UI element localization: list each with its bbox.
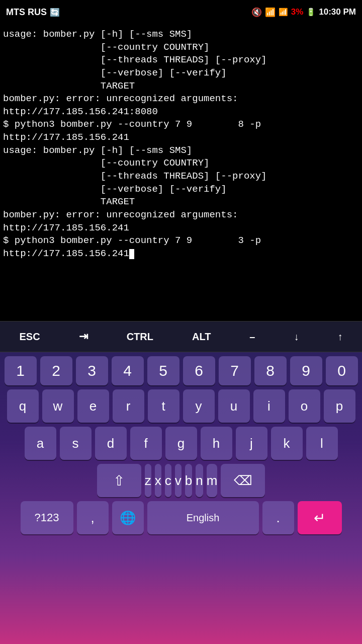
terminal-line-4: [--verbose] [--verify] — [3, 67, 359, 80]
carrier-label: MTS RUS — [6, 7, 47, 18]
terminal-line-12: TARGET — [3, 196, 359, 209]
terminal: usage: bomber.py [-h] [--sms SMS] [--cou… — [0, 24, 362, 321]
alt-key[interactable]: ALT — [185, 327, 218, 347]
down-arrow-key[interactable]: ↓ — [287, 327, 306, 347]
terminal-line-6: bomber.py: error: unrecognized arguments… — [3, 93, 359, 118]
key-8[interactable]: 8 — [254, 356, 287, 385]
terminal-line-14: $ python3 bomber.py --country 7 9 3 -p h… — [3, 234, 359, 260]
terminal-line-3: [--threads THREADS] [--proxy] — [3, 54, 359, 67]
globe-key[interactable]: 🌐 — [112, 501, 144, 534]
period-key[interactable]: . — [262, 501, 294, 534]
key-n[interactable]: n — [196, 464, 203, 497]
key-9[interactable]: 9 — [290, 356, 322, 385]
key-w[interactable]: w — [42, 389, 74, 423]
key-6[interactable]: 6 — [183, 356, 215, 385]
key-d[interactable]: d — [95, 427, 127, 460]
key-t[interactable]: t — [148, 389, 179, 423]
numbers-key[interactable]: ?123 — [21, 501, 73, 534]
key-p[interactable]: p — [324, 389, 355, 423]
status-right: 🔇 📶 📶 3% 🔋 10:30 PM — [251, 7, 356, 18]
key-c[interactable]: c — [165, 464, 171, 497]
key-o[interactable]: o — [289, 389, 320, 423]
key-4[interactable]: 4 — [112, 356, 144, 385]
key-5[interactable]: 5 — [147, 356, 179, 385]
shift-key[interactable]: ⇧ — [97, 464, 141, 497]
keyboard: 1 2 3 4 5 6 7 8 9 0 q w e r t y u i o p … — [0, 352, 362, 644]
key-v[interactable]: v — [175, 464, 182, 497]
sync-icon: 🔄 — [50, 8, 60, 17]
backspace-key[interactable]: ⌫ — [221, 464, 265, 497]
terminal-line-7: $ python3 bomber.py --country 7 9 8 -p h… — [3, 118, 359, 144]
terminal-line-2: [--country COUNTRY] — [3, 41, 359, 54]
key-z[interactable]: z — [145, 464, 151, 497]
key-0[interactable]: 0 — [326, 356, 358, 385]
space-key[interactable]: English — [147, 501, 259, 534]
qwerty-row: q w e r t y u i o p — [2, 389, 360, 423]
key-m[interactable]: m — [207, 464, 218, 497]
toolbar: ESC ⇥ CTRL ALT – ↓ ↑ — [0, 321, 362, 352]
key-j[interactable]: j — [236, 427, 267, 460]
terminal-line-5: TARGET — [3, 80, 359, 93]
battery-label: 3% — [291, 7, 304, 17]
terminal-line-9: [--country COUNTRY] — [3, 157, 359, 170]
zxcv-row: ⇧ z x c v b n m ⌫ — [2, 464, 360, 497]
key-l[interactable]: l — [306, 427, 338, 460]
terminal-line-10: [--threads THREADS] [--proxy] — [3, 170, 359, 183]
space-row: ?123 , 🌐 English . ↵ — [2, 501, 360, 534]
esc-key[interactable]: ESC — [13, 327, 47, 347]
key-r[interactable]: r — [113, 389, 144, 423]
key-a[interactable]: a — [25, 427, 56, 460]
signal-bars-icon: 📶 — [279, 8, 288, 17]
terminal-line-8: usage: bomber.py [-h] [--sms SMS] — [3, 144, 359, 157]
key-h[interactable]: h — [201, 427, 232, 460]
time-label: 10:30 PM — [319, 7, 356, 17]
key-3[interactable]: 3 — [76, 356, 108, 385]
tab-key[interactable]: ⇥ — [72, 326, 95, 347]
cursor — [129, 249, 134, 259]
key-k[interactable]: k — [271, 427, 303, 460]
up-arrow-key[interactable]: ↑ — [330, 327, 349, 347]
ctrl-key[interactable]: CTRL — [120, 327, 160, 347]
key-b[interactable]: b — [185, 464, 192, 497]
key-u[interactable]: u — [218, 389, 250, 423]
number-row: 1 2 3 4 5 6 7 8 9 0 — [2, 356, 360, 385]
terminal-line-11: [--verbose] [--verify] — [3, 183, 359, 196]
key-e[interactable]: e — [77, 389, 109, 423]
key-y[interactable]: y — [183, 389, 215, 423]
key-x[interactable]: x — [155, 464, 161, 497]
wifi-icon: 📶 — [265, 7, 276, 18]
dash-key[interactable]: – — [242, 327, 262, 347]
status-bar: MTS RUS 🔄 🔇 📶 📶 3% 🔋 10:30 PM — [0, 0, 362, 24]
status-left: MTS RUS 🔄 — [6, 7, 60, 18]
key-q[interactable]: q — [7, 389, 39, 423]
key-f[interactable]: f — [130, 427, 162, 460]
battery-icon: 🔋 — [306, 8, 316, 17]
enter-key[interactable]: ↵ — [298, 501, 342, 534]
key-2[interactable]: 2 — [40, 356, 72, 385]
key-7[interactable]: 7 — [219, 356, 251, 385]
asdf-row: a s d f g h j k l — [2, 427, 360, 460]
terminal-line-13: bomber.py: error: unrecognized arguments… — [3, 209, 359, 234]
key-1[interactable]: 1 — [5, 356, 37, 385]
key-s[interactable]: s — [60, 427, 92, 460]
key-i[interactable]: i — [253, 389, 285, 423]
key-g[interactable]: g — [165, 427, 197, 460]
terminal-line-1: usage: bomber.py [-h] [--sms SMS] — [3, 28, 359, 41]
mute-icon: 🔇 — [251, 7, 262, 18]
comma-key[interactable]: , — [77, 501, 109, 534]
